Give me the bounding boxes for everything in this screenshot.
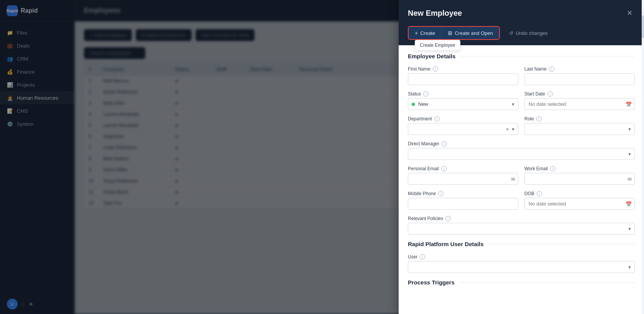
create-and-open-button[interactable]: ⊞ Create and Open <box>441 27 499 39</box>
dob-info-icon[interactable]: i <box>537 191 542 196</box>
platform-section-divider <box>488 244 635 244</box>
manager-select-wrapper: ▼ <box>408 148 635 160</box>
phone-dob-fields: Mobile Phone i DOB i 📅 <box>408 191 635 210</box>
triggers-section-divider <box>459 282 635 283</box>
department-label: Department i <box>408 116 518 122</box>
create-and-open-icon: ⊞ <box>448 30 452 36</box>
status-label: Status i <box>408 91 518 97</box>
direct-manager-select[interactable] <box>408 148 635 160</box>
personal-email-label: Personal Email i <box>408 166 518 171</box>
user-select-wrapper: ▼ <box>408 261 635 273</box>
modal-header: New Employee ✕ <box>399 0 644 26</box>
status-date-fields: Status i New ▼ Start Date i <box>408 91 635 110</box>
create-button-group: + Create ⊞ Create and Open Create Employ… <box>408 26 500 40</box>
role-info-icon[interactable]: i <box>536 116 542 122</box>
start-date-input[interactable] <box>524 98 635 110</box>
dob-date-wrapper: 📅 <box>524 198 635 210</box>
platform-user-section-header: Rapid Platform User Details <box>408 241 635 247</box>
role-label: Role i <box>524 116 635 122</box>
modal-scrollbar-thumb[interactable] <box>642 15 644 38</box>
start-date-field: Start Date i 📅 <box>524 91 635 110</box>
relevant-policies-label: Relevant Policies i <box>408 216 635 221</box>
email-fields: Personal Email i ✉ Work Email i ✉ <box>408 166 635 185</box>
manager-row: Direct Manager i ▼ <box>408 141 635 160</box>
status-select[interactable]: New <box>408 98 518 110</box>
modal-toolbar: + Create ⊞ Create and Open Create Employ… <box>399 26 644 45</box>
direct-manager-label: Direct Manager i <box>408 141 635 146</box>
dept-clear-icon[interactable]: ✕ <box>506 127 509 132</box>
modal-scrollbar-track <box>642 0 644 314</box>
last-name-field: Last Name i <box>524 66 635 85</box>
first-name-info-icon[interactable]: i <box>433 66 438 72</box>
name-fields: First Name i Last Name i <box>408 66 635 85</box>
user-select[interactable] <box>408 261 635 273</box>
policies-row: Relevant Policies i ▼ <box>408 216 635 235</box>
department-field: Department i ✕ ▼ <box>408 116 518 135</box>
modal-title: New Employee <box>408 9 462 18</box>
modal-panel: New Employee ✕ + Create ⊞ Create and Ope… <box>399 0 644 314</box>
dob-field: DOB i 📅 <box>524 191 635 210</box>
personal-email-wrapper: ✉ <box>408 173 518 185</box>
create-button[interactable]: + Create <box>409 27 441 39</box>
policies-info-icon[interactable]: i <box>445 216 451 221</box>
last-name-info-icon[interactable]: i <box>549 66 554 72</box>
status-field: Status i New ▼ <box>408 91 518 110</box>
first-name-input[interactable] <box>408 73 518 85</box>
dept-info-icon[interactable]: i <box>434 116 440 122</box>
undo-icon: ↺ <box>509 30 513 36</box>
mobile-phone-field: Mobile Phone i <box>408 191 518 210</box>
process-triggers-title: Process Triggers <box>408 279 455 286</box>
status-dot-icon <box>412 103 415 106</box>
department-select-wrapper: ✕ ▼ <box>408 123 518 135</box>
plus-icon: + <box>415 30 418 36</box>
relevant-policies-select[interactable] <box>408 223 635 235</box>
direct-manager-field: Direct Manager i ▼ <box>408 141 635 160</box>
work-email-wrapper: ✉ <box>524 173 635 185</box>
personal-email-info-icon[interactable]: i <box>441 166 447 171</box>
role-select[interactable] <box>524 123 635 135</box>
status-info-icon[interactable]: i <box>423 91 429 97</box>
relevant-policies-field: Relevant Policies i ▼ <box>408 216 635 235</box>
work-email-label: Work Email i <box>524 166 635 171</box>
work-email-info-icon[interactable]: i <box>550 166 555 171</box>
first-name-field: First Name i <box>408 66 518 85</box>
user-label: User i <box>408 254 635 260</box>
mobile-phone-input[interactable] <box>408 198 518 210</box>
employee-details-section-header: Employee Details <box>408 53 635 59</box>
mobile-info-icon[interactable]: i <box>438 191 444 196</box>
start-date-label: Start Date i <box>524 91 635 97</box>
create-employee-tooltip: Create Employee <box>415 40 460 51</box>
work-email-input[interactable] <box>524 173 635 185</box>
platform-user-title: Rapid Platform User Details <box>408 241 484 247</box>
dob-label: DOB i <box>524 191 635 196</box>
user-field: User i ▼ <box>408 254 635 273</box>
dob-input[interactable] <box>524 198 635 210</box>
role-field: Role i ▼ <box>524 116 635 135</box>
mobile-phone-label: Mobile Phone i <box>408 191 518 196</box>
start-date-wrapper: 📅 <box>524 98 635 110</box>
close-button[interactable]: ✕ <box>624 8 635 18</box>
policies-select-wrapper: ▼ <box>408 223 635 235</box>
work-email-field: Work Email i ✉ <box>524 166 635 185</box>
first-name-label: First Name i <box>408 66 518 72</box>
personal-email-input[interactable] <box>408 173 518 185</box>
process-triggers-section-header: Process Triggers <box>408 279 635 286</box>
dept-role-fields: Department i ✕ ▼ Role i <box>408 116 635 135</box>
manager-info-icon[interactable]: i <box>442 141 447 146</box>
modal-body: Employee Details First Name i Last Name … <box>399 45 644 314</box>
user-row: User i ▼ <box>408 254 635 273</box>
undo-button[interactable]: ↺ Undo changes <box>504 27 552 39</box>
role-select-wrapper: ▼ <box>524 123 635 135</box>
status-select-wrapper: New ▼ <box>408 98 518 110</box>
department-select[interactable] <box>408 123 518 135</box>
user-info-icon[interactable]: i <box>420 254 425 260</box>
personal-email-field: Personal Email i ✉ <box>408 166 518 185</box>
start-date-info-icon[interactable]: i <box>547 91 553 97</box>
last-name-input[interactable] <box>524 73 635 85</box>
employee-details-title: Employee Details <box>408 53 455 59</box>
last-name-label: Last Name i <box>524 66 635 72</box>
section-divider-line <box>460 56 635 56</box>
